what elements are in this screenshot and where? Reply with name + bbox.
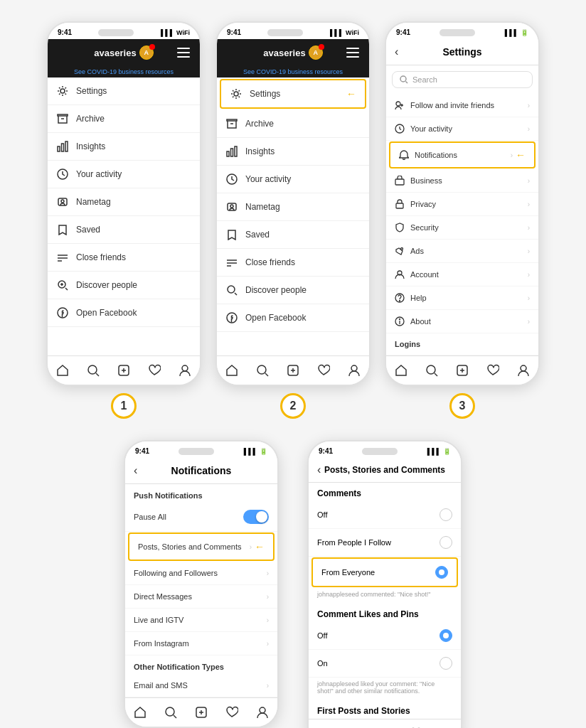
menu-settings-2[interactable]: Settings ← [220, 79, 366, 109]
from-instagram-4[interactable]: From Instagram › [125, 632, 277, 655]
avatar-wrap-2: A [309, 46, 323, 60]
settings-about-3[interactable]: About › [386, 310, 538, 333]
settings-privacy-3[interactable]: Privacy › [386, 193, 538, 216]
heart-nav-4[interactable] [223, 704, 240, 721]
svg-rect-39 [395, 179, 404, 185]
search-nav-5[interactable] [346, 725, 363, 728]
settings-business-3[interactable]: Business › [386, 169, 538, 193]
menu-archive-2[interactable]: Archive [217, 110, 369, 138]
settings-logins-3[interactable]: Logins [386, 333, 538, 355]
menu-facebook-2[interactable]: Open Facebook [217, 304, 369, 332]
svg-point-41 [401, 248, 403, 250]
back-button-4[interactable]: ‹ [134, 464, 137, 477]
menu-saved-1[interactable]: Saved [48, 216, 200, 244]
menu-facebook-1[interactable]: Open Facebook [48, 299, 200, 327]
follow-icon-3 [395, 100, 405, 110]
menu-activity-2[interactable]: Your activity [217, 166, 369, 193]
svg-point-27 [230, 205, 233, 208]
menu-saved-2[interactable]: Saved [217, 221, 369, 249]
menu-archive-1[interactable]: Archive [48, 105, 200, 133]
back-button-3[interactable]: ‹ [395, 46, 398, 58]
home-nav-2[interactable] [223, 362, 240, 379]
svg-point-37 [396, 102, 400, 106]
comments-everyone-5[interactable]: From Everyone [311, 557, 458, 587]
settings-security-3[interactable]: Security › [386, 216, 538, 240]
radio-off-5[interactable] [440, 508, 452, 521]
profile-nav-2[interactable] [346, 362, 363, 379]
settings-follow-3[interactable]: Follow and invite friends › [386, 94, 538, 117]
menu-nametag-2[interactable]: Nametag [217, 193, 369, 221]
plus-nav-5[interactable] [376, 725, 393, 728]
home-nav-3[interactable] [393, 362, 410, 379]
likes-on-5[interactable]: On [309, 650, 461, 678]
menu-discover-2[interactable]: Discover people [217, 277, 369, 304]
menu-nametag-1[interactable]: Nametag [48, 188, 200, 216]
profile-nav-5[interactable] [437, 725, 454, 728]
search-nav-1[interactable] [85, 362, 102, 379]
likes-off-5[interactable]: Off [309, 622, 461, 650]
radio-everyone-5[interactable] [435, 566, 448, 579]
plus-nav-3[interactable] [454, 362, 471, 379]
settings-help-3[interactable]: Help › [386, 287, 538, 310]
menu-icon-1[interactable] [176, 45, 191, 60]
settings-header-3: ‹ Settings [386, 39, 538, 65]
ig-header-1: avaseries A [48, 39, 200, 66]
home-nav-4[interactable] [132, 704, 149, 721]
menu-discover-1[interactable]: Discover people [48, 272, 200, 299]
menu-settings-1[interactable]: Settings [48, 77, 200, 105]
search-nav-3[interactable] [423, 362, 440, 379]
radio-likes-on-5[interactable] [440, 657, 452, 670]
time-1: 9:41 [58, 28, 72, 36]
profile-nav-1[interactable] [176, 362, 193, 379]
search-nav-2[interactable] [254, 362, 271, 379]
email-sms-4[interactable]: Email and SMS › [125, 674, 277, 697]
settings-notifications-3[interactable]: Notifications › ← [389, 141, 536, 168]
menu-closefriends-1[interactable]: Close friends [48, 244, 200, 272]
heart-nav-5[interactable] [407, 725, 424, 728]
plus-nav-1[interactable] [115, 362, 132, 379]
home-nav-1[interactable] [54, 362, 71, 379]
privacy-icon-3 [395, 199, 405, 209]
other-notif-header-4: Other Notification Types [125, 655, 277, 674]
settings-ads-3[interactable]: Ads › [386, 240, 538, 263]
heart-nav-3[interactable] [484, 362, 501, 379]
profile-nav-4[interactable] [254, 704, 271, 721]
heart-nav-1[interactable] [146, 362, 163, 379]
home-nav-5[interactable] [315, 725, 332, 728]
archive-icon-2 [225, 117, 238, 130]
comments-follow-5[interactable]: From People I Follow [309, 529, 461, 557]
settings-account-3[interactable]: Account › [386, 263, 538, 287]
following-followers-4[interactable]: Following and Followers › [125, 562, 277, 585]
profile-nav-3[interactable] [515, 362, 532, 379]
activity-label-1: Your activity [76, 169, 122, 179]
facebook-icon-2 [225, 311, 238, 324]
menu-closefriends-2[interactable]: Close friends [217, 249, 369, 277]
notifications-icon-3 [399, 150, 409, 160]
comments-off-5[interactable]: Off [309, 501, 461, 529]
notch-1: 9:41 ▌▌▌ WiFi [48, 23, 200, 39]
plus-nav-4[interactable] [193, 704, 210, 721]
time-2: 9:41 [227, 28, 241, 36]
menu-insights-2[interactable]: Insights [217, 138, 369, 166]
radio-likes-off-5[interactable] [440, 629, 452, 642]
svg-point-36 [400, 76, 406, 82]
menu-icon-2[interactable] [345, 45, 361, 60]
search-nav-4[interactable] [162, 704, 179, 721]
heart-nav-2[interactable] [315, 362, 332, 379]
posts-stories-4[interactable]: Posts, Stories and Comments › ← [128, 532, 275, 561]
back-button-5[interactable]: ‹ [317, 464, 321, 476]
radio-follow-5[interactable] [440, 536, 452, 549]
pause-toggle-4[interactable] [243, 510, 269, 524]
svg-point-52 [260, 707, 265, 713]
menu-insights-1[interactable]: Insights [48, 133, 200, 161]
gear-icon-2 [230, 87, 243, 100]
live-igtv-4[interactable]: Live and IGTV › [125, 609, 277, 632]
pause-all-4[interactable]: Pause All [125, 503, 277, 532]
plus-nav-2[interactable] [284, 362, 302, 379]
header-username-1: avaseries [94, 48, 136, 58]
search-bar-3[interactable]: Search [392, 71, 533, 88]
direct-messages-4[interactable]: Direct Messages › [125, 585, 277, 609]
settings-activity-3[interactable]: Your activity › [386, 117, 538, 141]
archive-label-1: Archive [76, 114, 105, 124]
menu-activity-1[interactable]: Your activity [48, 161, 200, 188]
